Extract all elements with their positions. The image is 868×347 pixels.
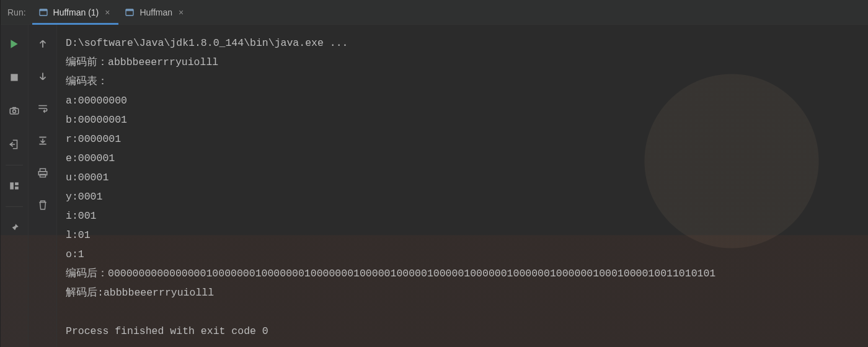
run-config-icon xyxy=(125,7,135,17)
pin-button[interactable] xyxy=(6,219,22,235)
run-label: Run: xyxy=(4,7,32,17)
tab-huffman[interactable]: Huffman × xyxy=(118,0,192,25)
console-line: D:\software\Java\jdk1.8.0_144\bin\java.e… xyxy=(66,33,859,53)
up-button[interactable] xyxy=(35,36,51,52)
console-line: 编码前：abbbbeeerrryuiolll xyxy=(66,53,859,72)
clear-all-button[interactable] xyxy=(35,197,51,213)
divider xyxy=(6,206,23,207)
scroll-to-end-button[interactable] xyxy=(35,133,51,149)
divider xyxy=(6,165,23,165)
svg-rect-9 xyxy=(10,182,14,189)
left-toolbar xyxy=(0,25,29,347)
svg-rect-11 xyxy=(15,187,19,190)
console-line: y:0001 xyxy=(66,187,859,206)
console-toolbar xyxy=(29,25,57,347)
console-line: e:000001 xyxy=(66,149,859,168)
tab-label: Huffman (1) xyxy=(53,7,99,17)
console-line: i:001 xyxy=(66,206,859,226)
stop-button[interactable] xyxy=(6,69,22,86)
console-line: 编码后：000000000000000010000000100000001000… xyxy=(66,264,859,283)
svg-marker-4 xyxy=(11,40,17,48)
run-config-icon xyxy=(38,7,48,17)
tab-label: Huffman xyxy=(140,7,172,17)
svg-rect-5 xyxy=(11,74,17,81)
run-panel: D:\software\Java\jdk1.8.0_144\bin\java.e… xyxy=(0,25,868,347)
svg-rect-1 xyxy=(40,9,47,11)
console-line: 编码表： xyxy=(66,72,859,91)
console-line: a:00000000 xyxy=(66,91,859,110)
console-line: o:1 xyxy=(66,245,859,264)
console-line: u:00001 xyxy=(66,168,859,187)
svg-rect-8 xyxy=(12,107,16,108)
dump-threads-button[interactable] xyxy=(6,103,22,119)
svg-rect-10 xyxy=(15,182,19,185)
soft-wrap-button[interactable] xyxy=(35,100,51,116)
close-icon[interactable]: × xyxy=(104,7,111,18)
print-button[interactable] xyxy=(35,165,51,181)
exit-button[interactable] xyxy=(6,136,22,152)
console-output[interactable]: D:\software\Java\jdk1.8.0_144\bin\java.e… xyxy=(57,25,868,347)
run-tabbar: Run: Huffman (1) × Huffman × xyxy=(0,0,868,25)
console-line: 解码后:abbbbeeerrryuiolll xyxy=(66,283,859,302)
layout-button[interactable] xyxy=(6,178,22,194)
console-line: l:01 xyxy=(66,226,859,245)
rerun-button[interactable] xyxy=(6,36,22,52)
down-button[interactable] xyxy=(35,68,51,84)
svg-rect-3 xyxy=(126,9,133,11)
console-line xyxy=(66,302,859,322)
svg-point-7 xyxy=(12,110,16,113)
close-icon[interactable]: × xyxy=(177,7,185,18)
tab-huffman-1[interactable]: Huffman (1) × xyxy=(32,0,119,25)
console-line: Process finished with exit code 0 xyxy=(66,322,859,341)
console-line: r:0000001 xyxy=(66,130,859,149)
console-line: b:00000001 xyxy=(66,110,859,130)
svg-rect-14 xyxy=(40,174,45,177)
